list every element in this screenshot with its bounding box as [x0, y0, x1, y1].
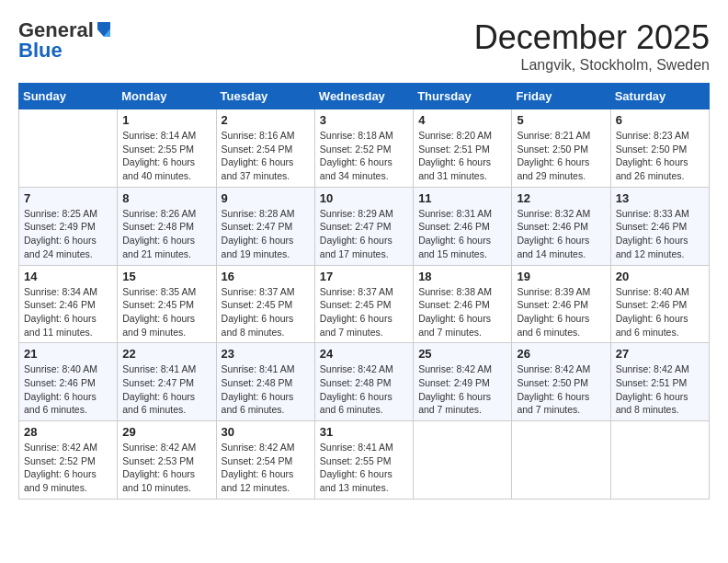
- day-detail: Sunrise: 8:18 AMSunset: 2:52 PMDaylight:…: [320, 129, 408, 183]
- calendar-cell: 25Sunrise: 8:42 AMSunset: 2:49 PMDayligh…: [414, 343, 512, 421]
- day-detail: Sunrise: 8:42 AMSunset: 2:52 PMDaylight:…: [24, 441, 112, 495]
- logo: General Blue: [18, 18, 112, 63]
- day-number: 27: [616, 347, 704, 361]
- day-detail: Sunrise: 8:33 AMSunset: 2:46 PMDaylight:…: [616, 207, 704, 261]
- calendar-cell: 1Sunrise: 8:14 AMSunset: 2:55 PMDaylight…: [118, 109, 216, 188]
- calendar-cell: 30Sunrise: 8:42 AMSunset: 2:54 PMDayligh…: [216, 421, 314, 500]
- logo-icon: [96, 20, 112, 40]
- calendar-cell: 6Sunrise: 8:23 AMSunset: 2:50 PMDaylight…: [610, 109, 709, 188]
- calendar-cell: 28Sunrise: 8:42 AMSunset: 2:52 PMDayligh…: [19, 421, 118, 500]
- calendar-cell: 12Sunrise: 8:32 AMSunset: 2:46 PMDayligh…: [512, 187, 610, 265]
- calendar-cell: 18Sunrise: 8:38 AMSunset: 2:46 PMDayligh…: [414, 265, 512, 343]
- day-detail: Sunrise: 8:20 AMSunset: 2:51 PMDaylight:…: [418, 129, 506, 183]
- day-number: 23: [222, 347, 310, 361]
- calendar-cell: 2Sunrise: 8:16 AMSunset: 2:54 PMDaylight…: [216, 109, 314, 188]
- day-detail: Sunrise: 8:38 AMSunset: 2:46 PMDaylight:…: [418, 285, 506, 339]
- day-detail: Sunrise: 8:41 AMSunset: 2:55 PMDaylight:…: [320, 441, 408, 495]
- day-detail: Sunrise: 8:35 AMSunset: 2:45 PMDaylight:…: [122, 285, 210, 339]
- day-detail: Sunrise: 8:39 AMSunset: 2:46 PMDaylight:…: [517, 285, 605, 339]
- day-number: 6: [616, 113, 704, 127]
- calendar: SundayMondayTuesdayWednesdayThursdayFrid…: [18, 83, 710, 500]
- day-number: 26: [517, 347, 605, 361]
- calendar-cell: 15Sunrise: 8:35 AMSunset: 2:45 PMDayligh…: [118, 265, 216, 343]
- day-detail: Sunrise: 8:41 AMSunset: 2:48 PMDaylight:…: [222, 362, 310, 417]
- calendar-cell: [414, 421, 512, 500]
- day-number: 18: [418, 270, 506, 283]
- calendar-cell: 8Sunrise: 8:26 AMSunset: 2:48 PMDaylight…: [118, 187, 216, 265]
- calendar-cell: 22Sunrise: 8:41 AMSunset: 2:47 PMDayligh…: [118, 343, 216, 421]
- week-row-4: 21Sunrise: 8:40 AMSunset: 2:46 PMDayligh…: [19, 343, 710, 421]
- day-number: 19: [517, 270, 605, 283]
- day-number: 16: [222, 270, 310, 283]
- day-number: 25: [418, 347, 506, 361]
- day-detail: Sunrise: 8:41 AMSunset: 2:47 PMDaylight:…: [122, 362, 210, 417]
- calendar-cell: 21Sunrise: 8:40 AMSunset: 2:46 PMDayligh…: [19, 343, 118, 421]
- calendar-cell: 23Sunrise: 8:41 AMSunset: 2:48 PMDayligh…: [216, 343, 314, 421]
- day-detail: Sunrise: 8:42 AMSunset: 2:49 PMDaylight:…: [418, 362, 506, 417]
- calendar-cell: 19Sunrise: 8:39 AMSunset: 2:46 PMDayligh…: [512, 265, 610, 343]
- calendar-cell: 26Sunrise: 8:42 AMSunset: 2:50 PMDayligh…: [512, 343, 610, 421]
- calendar-cell: 11Sunrise: 8:31 AMSunset: 2:46 PMDayligh…: [414, 187, 512, 265]
- calendar-cell: 13Sunrise: 8:33 AMSunset: 2:46 PMDayligh…: [610, 187, 709, 265]
- column-header-saturday: Saturday: [610, 84, 709, 109]
- calendar-cell: [512, 421, 610, 500]
- day-number: 20: [616, 270, 704, 283]
- calendar-cell: 5Sunrise: 8:21 AMSunset: 2:50 PMDaylight…: [512, 109, 610, 188]
- calendar-cell: 4Sunrise: 8:20 AMSunset: 2:51 PMDaylight…: [414, 109, 512, 188]
- day-detail: Sunrise: 8:32 AMSunset: 2:46 PMDaylight:…: [517, 207, 605, 261]
- day-number: 12: [517, 191, 605, 205]
- day-number: 30: [222, 425, 310, 439]
- calendar-header-row: SundayMondayTuesdayWednesdayThursdayFrid…: [19, 84, 710, 109]
- day-detail: Sunrise: 8:42 AMSunset: 2:48 PMDaylight:…: [320, 362, 408, 417]
- day-detail: Sunrise: 8:42 AMSunset: 2:53 PMDaylight:…: [122, 441, 210, 495]
- week-row-5: 28Sunrise: 8:42 AMSunset: 2:52 PMDayligh…: [19, 421, 710, 500]
- day-detail: Sunrise: 8:26 AMSunset: 2:48 PMDaylight:…: [122, 207, 210, 261]
- day-detail: Sunrise: 8:37 AMSunset: 2:45 PMDaylight:…: [222, 285, 310, 339]
- day-number: 29: [122, 425, 210, 439]
- calendar-cell: 27Sunrise: 8:42 AMSunset: 2:51 PMDayligh…: [610, 343, 709, 421]
- calendar-cell: 10Sunrise: 8:29 AMSunset: 2:47 PMDayligh…: [314, 187, 413, 265]
- month-title: December 2025: [474, 18, 710, 57]
- day-number: 1: [122, 113, 210, 127]
- day-number: 21: [24, 347, 112, 361]
- day-detail: Sunrise: 8:40 AMSunset: 2:46 PMDaylight:…: [616, 285, 704, 339]
- calendar-cell: 7Sunrise: 8:25 AMSunset: 2:49 PMDaylight…: [19, 187, 118, 265]
- calendar-cell: 31Sunrise: 8:41 AMSunset: 2:55 PMDayligh…: [314, 421, 413, 500]
- day-number: 2: [222, 113, 310, 127]
- calendar-cell: 16Sunrise: 8:37 AMSunset: 2:45 PMDayligh…: [216, 265, 314, 343]
- column-header-thursday: Thursday: [414, 84, 512, 109]
- header: General Blue December 2025 Langvik, Stoc…: [18, 18, 710, 74]
- day-number: 13: [616, 191, 704, 205]
- column-header-tuesday: Tuesday: [216, 84, 314, 109]
- day-detail: Sunrise: 8:37 AMSunset: 2:45 PMDaylight:…: [320, 285, 408, 339]
- day-number: 8: [122, 191, 210, 205]
- day-detail: Sunrise: 8:31 AMSunset: 2:46 PMDaylight:…: [418, 207, 506, 261]
- calendar-cell: 29Sunrise: 8:42 AMSunset: 2:53 PMDayligh…: [118, 421, 216, 500]
- column-header-sunday: Sunday: [19, 84, 118, 109]
- day-detail: Sunrise: 8:23 AMSunset: 2:50 PMDaylight:…: [616, 129, 704, 183]
- week-row-2: 7Sunrise: 8:25 AMSunset: 2:49 PMDaylight…: [19, 187, 710, 265]
- calendar-cell: 14Sunrise: 8:34 AMSunset: 2:46 PMDayligh…: [19, 265, 118, 343]
- week-row-1: 1Sunrise: 8:14 AMSunset: 2:55 PMDaylight…: [19, 109, 710, 188]
- day-detail: Sunrise: 8:28 AMSunset: 2:47 PMDaylight:…: [222, 207, 310, 261]
- day-number: 4: [418, 113, 506, 127]
- week-row-3: 14Sunrise: 8:34 AMSunset: 2:46 PMDayligh…: [19, 265, 710, 343]
- column-header-wednesday: Wednesday: [314, 84, 413, 109]
- day-number: 22: [122, 347, 210, 361]
- day-number: 11: [418, 191, 506, 205]
- day-detail: Sunrise: 8:14 AMSunset: 2:55 PMDaylight:…: [122, 129, 210, 183]
- day-detail: Sunrise: 8:21 AMSunset: 2:50 PMDaylight:…: [517, 129, 605, 183]
- day-detail: Sunrise: 8:25 AMSunset: 2:49 PMDaylight:…: [24, 207, 112, 261]
- day-number: 17: [320, 270, 408, 283]
- day-detail: Sunrise: 8:42 AMSunset: 2:51 PMDaylight:…: [616, 362, 704, 417]
- day-number: 5: [517, 113, 605, 127]
- day-detail: Sunrise: 8:29 AMSunset: 2:47 PMDaylight:…: [320, 207, 408, 261]
- calendar-cell: [610, 421, 709, 500]
- title-area: December 2025 Langvik, Stockholm, Sweden: [474, 18, 710, 74]
- column-header-monday: Monday: [118, 84, 216, 109]
- day-detail: Sunrise: 8:16 AMSunset: 2:54 PMDaylight:…: [222, 129, 310, 183]
- day-number: 31: [320, 425, 408, 439]
- calendar-cell: 24Sunrise: 8:42 AMSunset: 2:48 PMDayligh…: [314, 343, 413, 421]
- calendar-cell: 9Sunrise: 8:28 AMSunset: 2:47 PMDaylight…: [216, 187, 314, 265]
- day-number: 14: [24, 270, 112, 283]
